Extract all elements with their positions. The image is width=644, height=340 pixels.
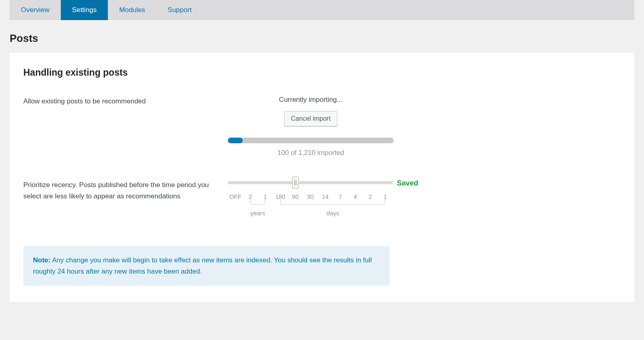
page-title: Posts xyxy=(10,32,644,45)
recency-slider[interactable]: OFF211809030147421 years days xyxy=(228,181,393,218)
settings-panel: Handling existing posts Allow existing p… xyxy=(10,53,634,302)
import-progress-text: 100 of 1,210 imported xyxy=(228,149,394,157)
slider-track[interactable] xyxy=(228,181,393,184)
row-allow-existing: Allow existing posts to be recommended C… xyxy=(23,96,621,157)
note-prefix: Note: xyxy=(33,256,50,264)
row-control-recency: OFF211809030147421 years days Saved xyxy=(228,179,621,218)
row-control-allow-existing: Currently importing... Cancel import 100… xyxy=(228,96,621,157)
import-progress-bar xyxy=(228,138,394,143)
tab-modules[interactable]: Modules xyxy=(108,0,156,20)
cancel-import-button[interactable]: Cancel import xyxy=(284,111,338,126)
row-recency: Prioritize recency. Posts published befo… xyxy=(23,179,621,218)
tab-settings[interactable]: Settings xyxy=(61,0,108,20)
saved-badge: Saved xyxy=(397,179,418,188)
slider-brackets xyxy=(228,199,393,207)
note-box: Note: Any change you make will begin to … xyxy=(23,246,390,285)
tab-overview[interactable]: Overview xyxy=(10,0,61,20)
slider-thumb[interactable] xyxy=(292,177,299,189)
note-text: Any change you make will begin to take e… xyxy=(33,256,372,275)
tab-support[interactable]: Support xyxy=(157,0,203,20)
row-label-allow-existing: Allow existing posts to be recommended xyxy=(23,96,228,157)
bracket-years-icon xyxy=(250,199,265,205)
section-title: Handling existing posts xyxy=(23,67,621,78)
unit-days-label: days xyxy=(326,210,339,216)
bracket-days-icon xyxy=(280,199,385,205)
import-progress-fill xyxy=(228,138,243,143)
unit-years-label: years xyxy=(250,210,265,216)
import-status-text: Currently importing... xyxy=(228,96,394,104)
nav-tabs: OverviewSettingsModulesSupport xyxy=(10,0,634,20)
import-wrap: Currently importing... Cancel import 100… xyxy=(228,96,394,157)
row-label-recency: Prioritize recency. Posts published befo… xyxy=(23,179,228,218)
slider-units: years days xyxy=(228,210,393,218)
